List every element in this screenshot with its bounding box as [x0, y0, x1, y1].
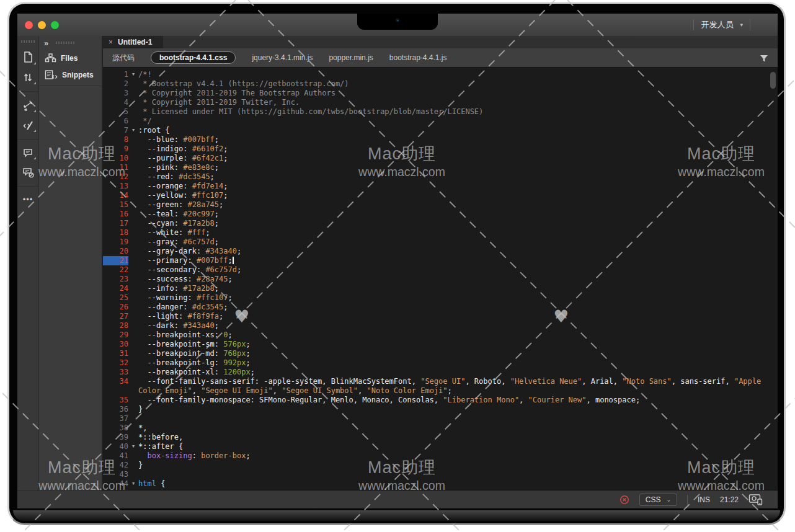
code-line[interactable]: 24 --info: #17a2b8;	[103, 284, 778, 293]
line-number[interactable]: 38	[103, 423, 128, 433]
related-file[interactable]: popper.min.js	[329, 53, 373, 62]
code-line[interactable]: 28 --dark: #343a40;	[103, 321, 778, 330]
code-line[interactable]: 37	[103, 414, 778, 423]
code-line[interactable]: 29 --breakpoint-xs: 0;	[103, 330, 778, 340]
line-number[interactable]: 3	[103, 89, 128, 98]
code-line[interactable]: 38*,	[103, 423, 778, 433]
line-number[interactable]: 27	[103, 312, 128, 321]
code-line[interactable]: 40▼*::after {	[103, 442, 778, 451]
language-mode-select[interactable]: CSS ⌄	[639, 494, 677, 506]
code-line[interactable]: 10 --purple: #6f42c1;	[103, 154, 778, 163]
code-line[interactable]: 11 --pink: #e83e8c;	[103, 163, 778, 172]
line-number[interactable]: 9	[103, 144, 128, 154]
fold-arrow-icon[interactable]: ▼	[128, 479, 138, 489]
code-line[interactable]: 41 box-sizing: border-box;	[103, 451, 778, 461]
line-number[interactable]: 21	[103, 256, 128, 265]
line-number[interactable]: 43	[103, 470, 128, 479]
line-number[interactable]: 6	[103, 117, 128, 126]
line-number[interactable]: 13	[103, 182, 128, 191]
code-line[interactable]: 36}	[103, 405, 778, 414]
sidebar-item-files[interactable]: Files	[39, 50, 102, 66]
remove-comment-icon[interactable]	[22, 166, 35, 179]
line-number[interactable]: 29	[103, 330, 128, 340]
line-number[interactable]: 31	[103, 349, 128, 358]
related-file[interactable]: bootstrap-4.4.1.js	[389, 53, 447, 62]
code-line[interactable]: 22 --secondary: #6c757d;	[103, 265, 778, 275]
code-line[interactable]: 21 --primary: #007bff;	[103, 256, 778, 265]
line-number[interactable]: 33	[103, 368, 128, 377]
workspace-switcher[interactable]: 开发人员 ▾	[693, 14, 750, 36]
source-code-label[interactable]: 源代码	[112, 53, 135, 63]
code-line[interactable]: 34 --font-family-sans-serif: -apple-syst…	[103, 377, 778, 396]
code-line[interactable]: 20 --gray-dark: #343a40;	[103, 247, 778, 256]
code-line[interactable]: 1▼/*!	[103, 70, 778, 79]
line-number[interactable]: 24	[103, 284, 128, 293]
code-line[interactable]: 43	[103, 470, 778, 479]
code-line[interactable]: 25 --warning: #ffc107;	[103, 293, 778, 303]
realtime-preview-icon[interactable]	[748, 494, 764, 506]
line-number[interactable]: 11	[103, 163, 128, 172]
line-number[interactable]: 5	[103, 107, 128, 117]
line-number[interactable]: 39	[103, 433, 128, 442]
sidebar-item-snippets[interactable]: Snippets	[39, 66, 102, 83]
related-file-active[interactable]: bootstrap-4.4.1.css	[151, 51, 236, 64]
line-number[interactable]: 22	[103, 265, 128, 275]
line-number[interactable]: 25	[103, 293, 128, 303]
line-number[interactable]: 42	[103, 461, 128, 470]
code-line[interactable]: 42}	[103, 461, 778, 470]
code-line[interactable]: 6 */	[103, 117, 778, 126]
line-number[interactable]: 19	[103, 237, 128, 247]
line-number[interactable]: 17	[103, 219, 128, 228]
code-line[interactable]: 31 --breakpoint-md: 768px;	[103, 349, 778, 358]
more-options-icon[interactable]: •••	[23, 197, 33, 203]
code-line[interactable]: 9 --indigo: #6610f2;	[103, 144, 778, 154]
line-number[interactable]: 20	[103, 247, 128, 256]
open-documents-icon[interactable]	[22, 50, 34, 64]
code-line[interactable]: 5 * Licensed under MIT (https://github.c…	[103, 107, 778, 117]
live-view-options-icon[interactable]	[22, 99, 34, 112]
code-line[interactable]: 32 --breakpoint-lg: 992px;	[103, 358, 778, 368]
code-line[interactable]: 19 --gray: #6c757d;	[103, 237, 778, 247]
tab-untitled-1[interactable]: × Untitled-1	[103, 36, 163, 48]
line-number[interactable]: 15	[103, 200, 128, 210]
line-number[interactable]: 37	[103, 414, 128, 423]
code-line[interactable]: 35 --font-family-monospace: SFMono-Regul…	[103, 396, 778, 405]
line-number[interactable]: 30	[103, 340, 128, 349]
line-number[interactable]: 18	[103, 228, 128, 237]
line-number[interactable]: 14	[103, 191, 128, 200]
collapse-panel-icon[interactable]: »	[44, 39, 48, 47]
line-number[interactable]: 44	[103, 479, 128, 489]
fold-arrow-icon[interactable]: ▼	[128, 70, 138, 79]
line-number[interactable]: 28	[103, 321, 128, 330]
maximize-window-button[interactable]	[51, 21, 59, 29]
code-editor[interactable]: 1▼/*!2 * Bootstrap v4.4.1 (https://getbo…	[103, 68, 778, 491]
fold-arrow-icon[interactable]: ▼	[128, 442, 138, 451]
code-line[interactable]: 27 --light: #f8f9fa;	[103, 312, 778, 321]
code-line[interactable]: 16 --teal: #20c997;	[103, 210, 778, 219]
vertical-scrollbar-thumb[interactable]	[770, 72, 776, 89]
line-number[interactable]: 1	[103, 70, 128, 79]
line-number[interactable]: 12	[103, 172, 128, 182]
insert-mode-indicator[interactable]: INS	[698, 495, 710, 504]
error-indicator-icon[interactable]	[620, 495, 629, 505]
code-line[interactable]: 7▼:root {	[103, 126, 778, 135]
code-line[interactable]: 14 --yellow: #ffc107;	[103, 191, 778, 200]
line-number[interactable]: 36	[103, 405, 128, 414]
code-line[interactable]: 15 --green: #28a745;	[103, 200, 778, 210]
minimize-window-button[interactable]	[38, 21, 46, 29]
file-management-icon[interactable]	[22, 71, 34, 84]
code-line[interactable]: 12 --red: #dc3545;	[103, 172, 778, 182]
code-line[interactable]: 23 --success: #28a745;	[103, 275, 778, 284]
line-number[interactable]: 23	[103, 275, 128, 284]
code-line[interactable]: 17 --cyan: #17a2b8;	[103, 219, 778, 228]
line-number[interactable]: 2	[103, 79, 128, 89]
line-number[interactable]: 35	[103, 396, 128, 405]
line-number[interactable]: 7	[103, 126, 128, 135]
code-line[interactable]: 8 --blue: #007bff;	[103, 135, 778, 144]
close-tab-icon[interactable]: ×	[109, 38, 113, 46]
filter-related-files-icon[interactable]	[758, 53, 770, 63]
line-number[interactable]: 32	[103, 358, 128, 368]
format-source-code-icon[interactable]	[22, 119, 34, 131]
apply-comment-icon[interactable]	[22, 147, 34, 159]
code-line[interactable]: 44▼html {	[103, 479, 778, 489]
